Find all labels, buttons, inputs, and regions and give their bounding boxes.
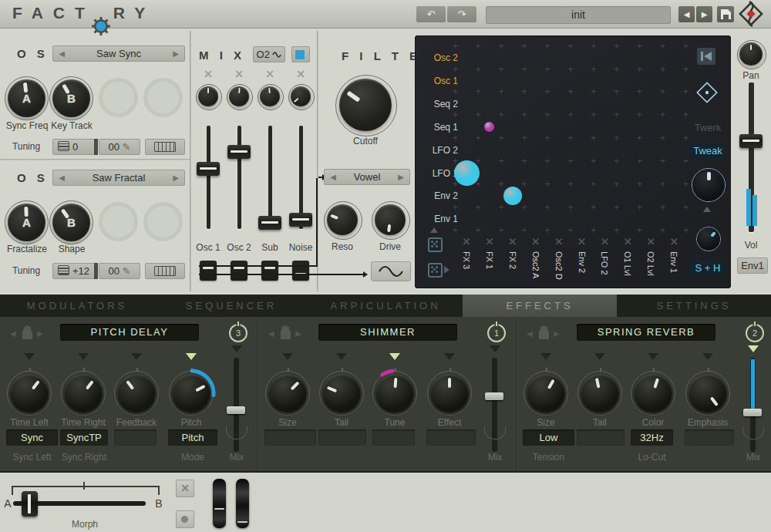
matrix-reset-button[interactable] (697, 48, 715, 65)
matrix-col-label-6[interactable]: LFO 2 (600, 251, 609, 275)
randomize-dice-icon-1[interactable] (428, 237, 443, 252)
fx1-option-button-3[interactable] (426, 429, 476, 446)
mixer-mod-knob-3[interactable] (291, 86, 311, 106)
mixer-fader-handle-3[interactable] (289, 213, 312, 227)
mixer-mute-1[interactable]: ✕ (231, 68, 247, 80)
filter-type-selector[interactable]: ◀ Vowel ▶ (324, 169, 410, 185)
morph-record-button[interactable] (176, 510, 194, 528)
fx0-power-button[interactable]: 3 (229, 324, 247, 342)
fx2-knob3-mod-indicator[interactable] (702, 353, 713, 360)
fx0-option-button-3[interactable]: Pitch (168, 429, 217, 446)
fx0-option-button-2[interactable] (114, 429, 157, 446)
save-button[interactable] (717, 6, 734, 22)
osc2-finetune-control[interactable]: 00 ✎ (99, 263, 140, 279)
matrix-row-label-3[interactable]: Seq 1 (418, 122, 458, 133)
mixer-fader-handle-0[interactable] (197, 162, 220, 176)
fx2-option-button-2[interactable]: 32Hz (631, 429, 673, 446)
mixer-mod-knob-2[interactable] (260, 86, 280, 106)
tab-modulators[interactable]: MODULATORS (0, 295, 154, 317)
fx0-knob-time-left[interactable] (10, 374, 49, 412)
matrix-col-clear-4[interactable]: ✕ (551, 236, 567, 247)
matrix-col-clear-7[interactable]: ✕ (620, 236, 635, 247)
fx1-knob0-mod-indicator[interactable] (282, 353, 293, 360)
matrix-row-label-6[interactable]: Env 2 (418, 190, 458, 201)
hand-icon[interactable] (277, 324, 294, 344)
osc1-knob-b[interactable]: B (52, 79, 90, 117)
fx2-power-button[interactable]: 2 (746, 324, 764, 342)
tweak-amount-knob[interactable] (692, 168, 726, 202)
fx0-knob-time-right[interactable] (64, 374, 103, 412)
fx1-next-icon[interactable]: ▶ (295, 329, 301, 338)
fx2-knob-color[interactable] (634, 374, 672, 412)
osc2-semitone-control[interactable]: +12 (52, 263, 95, 279)
mixer-mute-2[interactable]: ✕ (262, 68, 278, 80)
matrix-col-label-9[interactable]: Env 1 (669, 251, 678, 273)
fx0-knob0-mod-indicator[interactable] (24, 353, 35, 360)
fx0-knob-feedback[interactable] (117, 374, 156, 412)
matrix-col-clear-8[interactable]: ✕ (643, 236, 658, 247)
fx2-mix-mod-indicator[interactable] (748, 345, 759, 352)
osc1-wave-selector[interactable]: ◀ Saw Sync ▶ (52, 45, 185, 62)
fx1-power-button[interactable]: 1 (487, 324, 506, 342)
osc2-knob-a[interactable]: A (8, 204, 45, 241)
fx2-next-icon[interactable]: ▶ (554, 329, 560, 338)
fx1-prev-icon[interactable]: ◀ (268, 329, 274, 338)
osc1-wave-prev-icon[interactable]: ◀ (55, 46, 69, 61)
osc2-wave-next-icon[interactable]: ▶ (169, 170, 183, 185)
pitch-bend-wheel[interactable] (213, 479, 226, 528)
tab-sequencer[interactable]: SEQUENCER (154, 295, 308, 317)
fx1-option-button-1[interactable] (318, 429, 366, 446)
osc1-wave-next-icon[interactable]: ▶ (169, 46, 183, 61)
mixer-fader-handle-2[interactable] (258, 216, 281, 230)
tweak-rate-knob[interactable] (696, 227, 721, 251)
mod-wheel[interactable] (236, 479, 249, 528)
fx1-option-button-0[interactable] (264, 429, 316, 446)
matrix-row-label-7[interactable]: Env 1 (418, 214, 458, 224)
arrow-right-icon[interactable] (444, 266, 449, 274)
matrix-row-label-0[interactable]: Osc 2 (418, 52, 458, 63)
morph-clear-button[interactable]: ✕ (176, 480, 194, 497)
filter-reso-knob[interactable] (327, 204, 358, 235)
matrix-col-clear-9[interactable]: ✕ (666, 236, 682, 247)
mixer-mini-slider-2[interactable] (261, 261, 278, 281)
matrix-col-label-8[interactable]: O2 Lvl (646, 251, 655, 276)
tab-settings[interactable]: SETTINGS (617, 295, 771, 317)
filter-type-next-icon[interactable]: ▶ (394, 170, 408, 184)
preset-name-field[interactable]: init (486, 6, 671, 24)
filter-lfo-wave-button[interactable] (371, 261, 411, 281)
mixer-fader-track-1[interactable] (237, 126, 241, 229)
osc2-wave-selector[interactable]: ◀ Saw Fractal ▶ (52, 170, 185, 186)
twerk-mode-button[interactable]: Twerk (691, 122, 725, 133)
fx0-option-button-0[interactable]: Sync (6, 429, 58, 446)
matrix-row-label-2[interactable]: Seq 2 (418, 99, 458, 109)
fx2-name-display[interactable]: SPRING REVERB (577, 324, 715, 341)
matrix-col-label-2[interactable]: FX 2 (508, 251, 517, 269)
mixer-mini-slider-1[interactable] (231, 261, 247, 281)
matrix-row-label-5[interactable]: LFO 1 (418, 168, 458, 179)
mixer-mod-knob-0[interactable] (198, 86, 218, 106)
mixer-mute-3[interactable]: ✕ (293, 68, 308, 80)
fx1-knob-size[interactable] (268, 374, 307, 412)
tab-effects[interactable]: EFFECTS (463, 295, 617, 317)
matrix-col-label-1[interactable]: FX 1 (485, 251, 494, 269)
fx2-knob1-mod-indicator[interactable] (594, 353, 605, 360)
hand-icon[interactable] (19, 324, 35, 344)
redo-button[interactable]: ↷ (447, 6, 476, 22)
mixer-fader-handle-1[interactable] (227, 145, 251, 159)
fx0-knob3-mod-indicator[interactable] (186, 353, 197, 360)
tab-arpiculation[interactable]: ARPICULATION (308, 295, 463, 317)
matrix-col-clear-0[interactable]: ✕ (459, 236, 474, 247)
mixer-fader-track-0[interactable] (207, 126, 210, 229)
hand-icon[interactable] (535, 324, 552, 344)
arrow-up-icon[interactable] (430, 227, 438, 233)
osc1-finetune-control[interactable]: 00 ✎ (99, 139, 140, 155)
mixer-mini-slider-0[interactable] (200, 261, 217, 281)
matrix-mod-dot-0[interactable] (484, 122, 494, 132)
fx0-mix-handle[interactable] (227, 406, 245, 414)
morph-slider-handle[interactable] (22, 491, 38, 517)
fx1-knob1-mod-indicator[interactable] (336, 353, 347, 360)
matrix-col-clear-3[interactable]: ✕ (528, 236, 544, 247)
matrix-col-label-7[interactable]: O1 Lvl (623, 251, 632, 276)
fx2-mix-handle[interactable] (743, 409, 762, 416)
undo-button[interactable]: ↶ (416, 6, 446, 22)
